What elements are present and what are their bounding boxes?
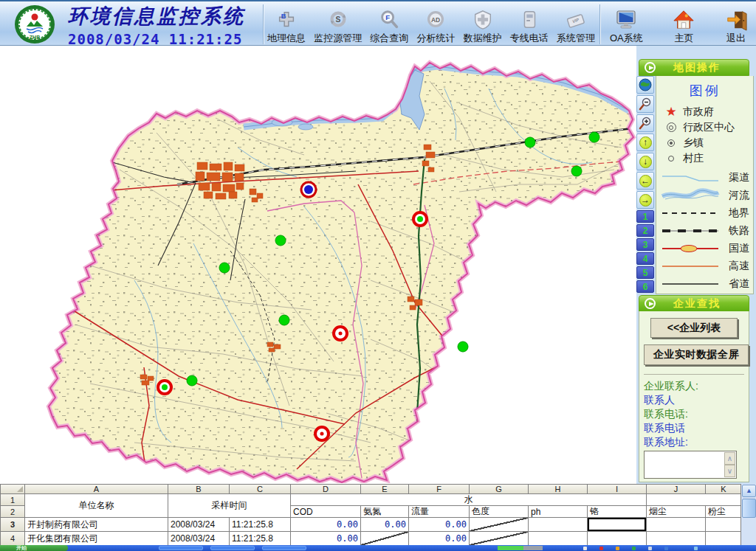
column-header-A[interactable]: A xyxy=(25,485,168,493)
pan-down-button[interactable]: ↓ xyxy=(636,153,654,170)
water-group-header[interactable]: 水 xyxy=(291,494,646,505)
nav-oa-system[interactable]: OA系统 xyxy=(608,8,645,46)
column-header-G[interactable]: G xyxy=(470,485,528,493)
realtime-fullscreen-button[interactable]: 企业实时数据全屏 xyxy=(644,344,749,365)
column-header-B[interactable]: B xyxy=(168,485,229,493)
enterprise-marker-green[interactable] xyxy=(219,263,230,273)
selected-enterprise-marker[interactable] xyxy=(301,182,316,197)
start-button[interactable]: 开始 xyxy=(0,545,68,551)
pan-left-button[interactable]: ← xyxy=(636,172,654,190)
enterprise-marker-green[interactable] xyxy=(525,137,535,148)
zoom-level-5[interactable]: 5 xyxy=(636,266,654,279)
column-header-H[interactable]: H xyxy=(529,485,587,493)
empty-cell[interactable] xyxy=(588,532,646,545)
tray-icon[interactable] xyxy=(599,547,603,550)
param-header-flow[interactable]: 流量 xyxy=(409,506,469,517)
tray-icon[interactable] xyxy=(616,547,619,550)
nav-source-manage[interactable]: S 监控源管理 xyxy=(312,8,363,46)
sample-time-cell[interactable]: 11:21:25.8 xyxy=(230,518,290,531)
tray-icon[interactable] xyxy=(632,547,636,550)
enterprise-marker-alarm[interactable] xyxy=(334,327,347,340)
scroll-down-button[interactable]: ∨ xyxy=(724,465,735,477)
unit-name-header[interactable]: 单位名称 xyxy=(25,494,168,517)
tray-icon[interactable] xyxy=(694,547,698,550)
nav-home[interactable]: 主页 xyxy=(671,8,696,46)
no-data-cell[interactable] xyxy=(361,532,408,545)
nav-data-maintain[interactable]: 数据维护 xyxy=(462,8,504,46)
column-header-I[interactable]: I xyxy=(588,485,646,493)
pan-up-button[interactable]: ↑ xyxy=(636,134,654,151)
row-header-3[interactable]: 3 xyxy=(1,518,24,531)
tray-icon[interactable] xyxy=(583,547,587,550)
enterprise-list-button[interactable]: <<企业列表 xyxy=(650,318,738,338)
nav-analysis[interactable]: AD 分析统计 xyxy=(415,8,456,46)
taskbar-window-button[interactable] xyxy=(262,546,306,550)
zoom-out-button[interactable] xyxy=(636,95,654,113)
row-header-4[interactable]: 4 xyxy=(1,532,24,545)
sample-date-cell[interactable]: 2008/03/24 xyxy=(168,532,229,545)
flow-value-cell[interactable]: 0.00 xyxy=(409,532,469,545)
grid-corner-cell[interactable] xyxy=(1,485,24,493)
enterprise-marker-green[interactable] xyxy=(458,342,468,352)
scrollbar-thumb[interactable] xyxy=(742,499,756,518)
selected-cell[interactable] xyxy=(588,518,646,531)
scrollbar-up-icon[interactable]: ▲ xyxy=(742,485,756,497)
sample-date-cell[interactable]: 2008/03/24 xyxy=(168,518,229,531)
scroll-up-button[interactable]: ∧ xyxy=(724,452,735,465)
pan-right-button[interactable]: → xyxy=(636,191,654,209)
sample-time-header[interactable]: 采样时间 xyxy=(168,494,290,517)
nav-query[interactable]: F 综合查询 xyxy=(368,8,410,46)
enterprise-marker-green[interactable] xyxy=(187,375,197,386)
empty-cell[interactable] xyxy=(706,532,741,545)
empty-cell[interactable] xyxy=(647,518,705,531)
empty-cell[interactable] xyxy=(706,518,741,531)
flow-value-cell[interactable]: 0.00 xyxy=(409,518,469,531)
zoom-in-button[interactable] xyxy=(636,114,654,132)
taskbar-window-button[interactable] xyxy=(159,546,203,550)
enterprise-marker-green[interactable] xyxy=(275,235,286,246)
unit-name-cell[interactable]: 开化集团有限公司 xyxy=(25,532,168,545)
nh3-value-cell[interactable]: 0.00 xyxy=(361,518,408,531)
nav-geo-info[interactable]: B 地理信息 xyxy=(266,8,307,46)
enterprise-marker-alarm[interactable] xyxy=(413,212,427,226)
county-map[interactable] xyxy=(46,59,636,483)
zoom-level-1[interactable]: 1 xyxy=(636,210,654,223)
row-header-2[interactable]: 2 xyxy=(1,506,24,517)
enterprise-panel-header[interactable]: 企业查找 xyxy=(639,295,749,312)
nav-exit[interactable]: 退出 xyxy=(724,8,749,46)
zoom-level-3[interactable]: 3 xyxy=(636,238,654,251)
empty-cell[interactable] xyxy=(647,532,705,545)
column-header-C[interactable]: C xyxy=(230,485,290,493)
param-header-chroma[interactable]: 色度 xyxy=(470,506,528,517)
unit-name-cell[interactable]: 开封制药有限公司 xyxy=(25,518,168,531)
cod-value-cell[interactable]: 0.00 xyxy=(291,518,360,531)
empty-cell[interactable] xyxy=(529,532,587,545)
param-header-cod[interactable]: COD xyxy=(291,506,360,517)
column-header-J[interactable]: J xyxy=(647,485,705,493)
taskbar-window-button[interactable] xyxy=(210,546,255,550)
enterprise-marker-green[interactable] xyxy=(279,315,289,325)
enterprise-marker-green[interactable] xyxy=(571,166,582,176)
cod-value-cell[interactable]: 0.00 xyxy=(291,532,360,545)
address-textarea[interactable]: ∧ ∨ xyxy=(644,451,737,479)
column-header-D[interactable]: D xyxy=(291,485,360,493)
full-extent-button[interactable] xyxy=(636,76,654,94)
column-header-K[interactable]: K xyxy=(706,485,741,493)
empty-group-header[interactable] xyxy=(647,494,741,505)
nav-system-manage[interactable]: VIP 系统管理 xyxy=(555,8,597,46)
tray-icon[interactable] xyxy=(664,547,668,550)
param-header-ph[interactable]: ph xyxy=(529,506,587,517)
zoom-level-4[interactable]: 4 xyxy=(636,252,654,265)
column-header-F[interactable]: F xyxy=(409,485,469,493)
row-header-1[interactable]: 1 xyxy=(1,494,24,505)
param-header-dust[interactable]: 粉尘 xyxy=(706,506,741,517)
enterprise-marker-alarm[interactable] xyxy=(315,427,329,440)
nav-phone[interactable]: 专线电话 xyxy=(509,8,550,46)
map-panel-header[interactable]: 地图操作 xyxy=(639,59,749,76)
zoom-level-2[interactable]: 2 xyxy=(636,224,654,237)
param-header-cr[interactable]: 铬 xyxy=(588,506,646,517)
enterprise-marker-green[interactable] xyxy=(589,132,599,142)
grid-scrollbar[interactable]: ▲ xyxy=(740,484,756,545)
param-header-smoke[interactable]: 烟尘 xyxy=(647,506,705,517)
sample-time-cell[interactable]: 11:21:25.8 xyxy=(230,532,290,545)
